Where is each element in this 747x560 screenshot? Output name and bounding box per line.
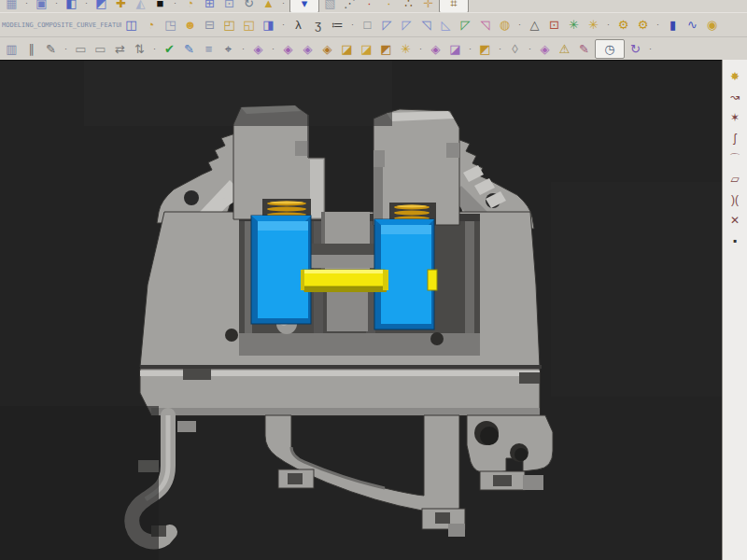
swap-star-green-icon[interactable]: ✳ [565,16,583,34]
separator-dot: · [416,40,425,58]
folder-part-icon[interactable]: ◱ [240,16,258,34]
filter-cone-icon[interactable]: ◭ [132,0,149,12]
pencil-gray-icon[interactable]: ✎ [42,40,60,58]
history-clock-icon[interactable]: ◷ [595,39,625,59]
mounting-band[interactable] [140,365,542,415]
sketch-in-task-icon[interactable]: ✎ [180,40,198,58]
sweep-feature-icon[interactable]: ◈ [299,40,317,58]
select-rect-icon[interactable]: □ [359,16,376,34]
separator-dot: · [22,0,31,12]
sketch-lambda-icon[interactable]: λ [289,16,307,34]
rotate-view-icon[interactable]: ↻ [240,0,258,12]
disc-gold-icon[interactable]: ◔ [142,16,160,34]
separator-dot: · [269,40,277,58]
gray-cube-icon[interactable]: ▧ [321,0,339,12]
arc-icon[interactable]: ⌒ [726,149,744,168]
spline-points-icon[interactable]: ⋰ [341,0,359,12]
open-book-icon[interactable]: ◫ [122,16,140,34]
assembly-cube-icon[interactable]: ◩ [92,0,110,12]
info-list-icon[interactable]: ≔ [329,16,346,34]
separator-dot: · [646,40,655,58]
transform-icon[interactable]: ⇄ [111,40,129,58]
extrude-feature-icon[interactable]: ◈ [249,40,267,58]
toolbar-row-1: ▦·▣·◧·◩✚◭■·◔⊞⊡↻▲·▾▧⋰∙∙∴✛⌗ [0,0,747,12]
box-gold-icon[interactable]: ◰ [220,16,238,34]
separator-dot: · [348,16,357,34]
boss-feature-icon[interactable]: ◪ [338,40,356,58]
layer-move-icon[interactable]: ▭ [92,40,109,58]
left-wing[interactable] [157,133,241,223]
datum-plane-2-icon[interactable]: ◸ [398,16,416,34]
shield-gray-icon[interactable]: ◊ [506,40,524,58]
render-sphere-icon[interactable]: ◔ [181,0,199,12]
triangle-outline-icon[interactable]: △ [526,16,543,34]
selection-scope-input[interactable]: ▾ [289,0,319,12]
window-view-icon[interactable]: ⊡ [220,0,238,12]
toolbar-row-3: ▥∥✎·▭▭⇄⇅·✔✎≡⌖·◈·◈◈◈◪◪◩✳·◈◪·◩·◊·◈⚠✎◷↻· [0,36,747,61]
sheet-icon[interactable]: ▱ [726,170,744,189]
work-tool-icon[interactable]: ✚ [112,0,130,12]
bracket-curves-icon[interactable]: )( [726,190,744,209]
seat-blue-icon[interactable]: ◨ [260,16,277,34]
sphere-gold-icon[interactable]: ◍ [496,16,514,34]
datum-plane-4-icon[interactable]: ◺ [437,16,455,34]
snap-sparkle-icon[interactable]: ✸ [726,67,744,86]
hole-feature-icon[interactable]: ◈ [318,40,336,58]
user-figure-icon[interactable]: ☻ [181,16,199,34]
surface-slab-icon[interactable]: ⊟ [201,16,218,34]
more-options-dot: ▪ [726,231,744,250]
scatter-points-icon[interactable]: ∴ [400,0,417,12]
datum-green-icon[interactable]: ◸ [457,16,474,34]
revolve-feature-icon[interactable]: ◈ [279,40,297,58]
separator-dot: · [82,0,91,12]
book-edge-icon[interactable]: ▥ [3,40,21,58]
toolbar-row-2: MODELING_COMPOSITE_CURVE_FEATURE ◫◔◳☻⊟◰◱… [0,12,747,36]
ring-gold-icon[interactable]: ◉ [703,16,721,34]
gear-cluster-2-icon[interactable]: ⚙ [634,16,652,34]
user-edit-icon[interactable]: ✎ [575,40,593,58]
separator-dot: · [52,0,61,12]
snap-point-gold-icon[interactable]: ∙ [380,0,398,12]
solid-cube-icon[interactable]: ◧ [63,0,80,12]
datum-plane-3-icon[interactable]: ◹ [417,16,435,34]
star-gold-icon[interactable]: ✳ [585,16,602,34]
patch-feature-icon[interactable]: ◪ [446,40,464,58]
graphics-viewport[interactable] [0,60,722,560]
feature-x-icon[interactable]: ◈ [536,40,554,58]
gear-cluster-icon[interactable]: ⚙ [614,16,632,34]
layer-copy-icon[interactable]: ▭ [72,40,90,58]
shaded-swatch[interactable]: ■ [151,0,169,12]
cube-pair-icon[interactable]: ⊞ [201,0,218,12]
sketch-curve-icon[interactable]: ʒ [309,16,327,34]
ruler-stack-icon[interactable]: ≡ [200,40,218,58]
drag-hand-icon[interactable]: ✛ [419,0,437,12]
cone-gold-icon[interactable]: ▲ [260,0,277,12]
export-view-icon[interactable]: ◳ [162,16,179,34]
verify-check-icon[interactable]: ✔ [161,40,178,58]
spring-coil-icon[interactable]: ∿ [684,16,701,34]
reorder-icon[interactable]: ⇅ [131,40,148,58]
note-window-icon[interactable]: ⊡ [545,16,563,34]
copy-object-icon[interactable]: ▣ [33,0,50,12]
grid-display-icon[interactable]: ▦ [3,0,21,12]
curve-cross-icon[interactable]: ✕ [726,211,744,230]
right-din-foot[interactable] [467,415,553,490]
spline-icon[interactable]: ʃ [726,129,744,147]
column-pair-icon[interactable]: ∥ [22,40,40,58]
datum-pink-icon[interactable]: ◹ [476,16,494,34]
cylinder-blue-icon[interactable]: ▮ [664,16,682,34]
user-alert-icon[interactable]: ⚠ [556,40,573,58]
pocket-edit-icon[interactable]: ◪ [358,40,375,58]
star-asterisk-icon[interactable]: ✶ [726,108,744,127]
dimension-frame-icon[interactable]: ⌗ [439,0,469,12]
update-sync-icon[interactable]: ↻ [627,40,644,58]
snap-point-red-icon[interactable]: ∙ [360,0,378,12]
fan-gold-icon[interactable]: ✳ [397,40,415,58]
curve-arrow-icon[interactable]: ↝ [726,88,744,106]
compass-target-icon[interactable]: ⌖ [219,40,237,58]
pad-feature-icon[interactable]: ◩ [377,40,395,58]
datum-plane-icon[interactable]: ◸ [378,16,396,34]
trim-feature-icon[interactable]: ◈ [427,40,444,58]
offset-feature-icon[interactable]: ◩ [476,40,494,58]
center-din-arch[interactable] [265,415,465,537]
